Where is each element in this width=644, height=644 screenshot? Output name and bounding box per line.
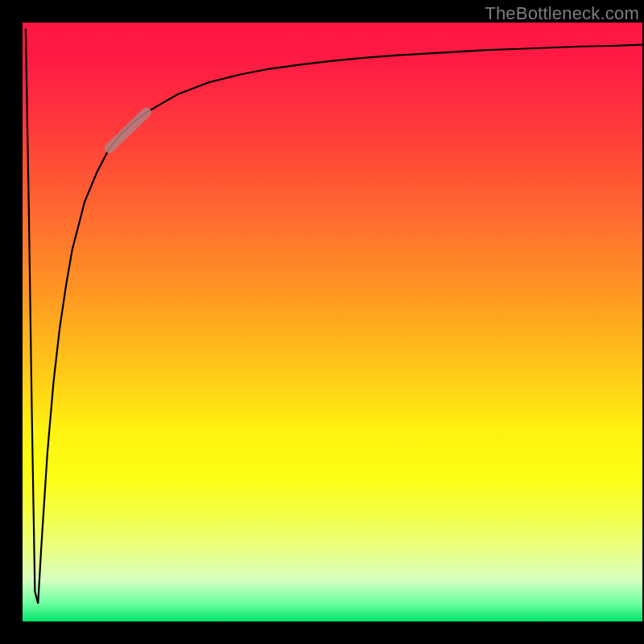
- highlight-segment: [109, 113, 147, 149]
- bottleneck-curve: [26, 28, 642, 603]
- chart-frame: TheBottleneck.com: [0, 0, 644, 644]
- plot-area: [23, 23, 642, 621]
- watermark-text: TheBottleneck.com: [485, 3, 639, 24]
- curve-svg: [23, 23, 642, 621]
